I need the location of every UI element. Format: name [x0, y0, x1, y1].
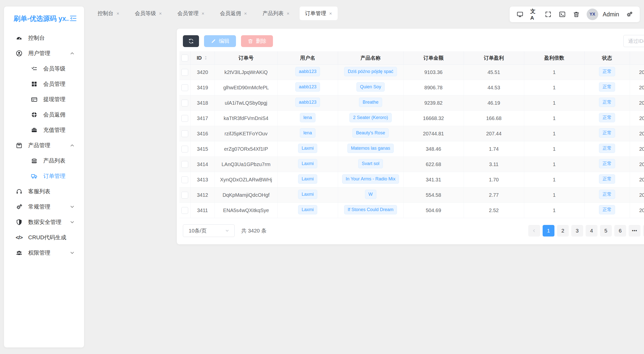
table-header-row: ID 订单号 [179, 51, 644, 65]
product-tag[interactable]: In Your Arms - Radio Mix [342, 174, 399, 184]
refresh-button[interactable] [183, 35, 199, 47]
username-tag[interactable]: aabb123 [295, 98, 320, 107]
sidebar-item[interactable]: 产品管理 [4, 138, 84, 153]
sidebar-item[interactable]: 控制台 [4, 30, 84, 46]
fullscreen-icon[interactable] [544, 11, 552, 18]
row-checkbox[interactable] [181, 84, 188, 91]
sidebar-item[interactable]: 产品列表 [4, 153, 84, 168]
product-tag[interactable]: 2 Seater (Keroro) [349, 113, 391, 123]
cell-profit: 45.51 [464, 65, 524, 80]
username-tag[interactable]: aabb123 [295, 67, 320, 76]
delete-button[interactable]: 删除 [241, 35, 273, 47]
sidebar-item-label: 产品管理 [28, 142, 50, 149]
page-size-select[interactable]: 10条/页 [183, 224, 235, 237]
page-button[interactable]: 5 [600, 225, 612, 237]
username-tag[interactable]: Laxmi [298, 174, 317, 184]
row-checkbox[interactable] [181, 192, 188, 199]
cell-amount: 504.69 [403, 203, 464, 218]
product-tag[interactable]: Svart sol [358, 159, 383, 169]
sidebar-item[interactable]: 用户管理 [4, 46, 84, 61]
product-tag[interactable]: Matemos las ganas [347, 144, 394, 153]
sidebar-item[interactable]: 会员等级 [4, 61, 84, 76]
page-button[interactable]: 4 [586, 225, 597, 237]
tab-close-icon[interactable] [159, 11, 162, 16]
product-tag[interactable]: Breathe [359, 98, 382, 107]
cell-profit: 166.68 [464, 111, 524, 126]
sort-icon[interactable] [203, 55, 208, 60]
page-button[interactable]: 3 [571, 225, 583, 237]
terminal-icon[interactable] [558, 11, 566, 18]
row-checkbox[interactable] [181, 69, 188, 76]
tab[interactable]: 控制台 [92, 7, 125, 20]
collapse-sidebar-icon[interactable] [69, 14, 78, 23]
username-tag[interactable]: lena [300, 128, 315, 138]
row-checkbox[interactable] [181, 100, 188, 106]
page-button[interactable]: 1 [543, 225, 554, 237]
status-badge: 正常 [599, 98, 615, 107]
tab-close-icon[interactable] [329, 11, 332, 16]
sidebar-item[interactable]: 提现管理 [4, 92, 84, 107]
sidebar-item[interactable]: 会员管理 [4, 76, 84, 92]
sidebar-item[interactable]: 充值管理 [4, 122, 84, 138]
users-icon [15, 249, 23, 257]
sidebar-item[interactable]: 数据安全管理 [4, 214, 84, 230]
user-name[interactable]: Admin [603, 11, 619, 18]
sidebar-item-label: 控制台 [28, 34, 45, 42]
sidebar-item[interactable]: 权限管理 [4, 245, 84, 260]
tab[interactable]: 会员返佣 [214, 7, 252, 20]
page-button[interactable]: 6 [614, 225, 626, 237]
row-checkbox[interactable] [181, 115, 188, 122]
row-checkbox[interactable] [181, 207, 188, 214]
row-checkbox[interactable] [181, 146, 188, 152]
translate-icon[interactable]: 文A [530, 11, 538, 18]
tab-close-icon[interactable] [116, 11, 119, 16]
tab-close-icon[interactable] [202, 11, 204, 16]
cell-amount: 20744.81 [403, 126, 464, 141]
tab-close-icon[interactable] [287, 11, 289, 16]
cell-order-no: LAnQ3Ua1GPbzu7rm [215, 157, 277, 172]
row-checkbox[interactable] [181, 130, 188, 137]
sidebar-item[interactable]: 订单管理 [4, 168, 84, 184]
code-icon: </> [15, 233, 23, 242]
cell-amount: 341.31 [403, 172, 464, 187]
username-tag[interactable]: Laxmi [298, 159, 317, 169]
product-tag[interactable]: Beauty's Rose [352, 128, 389, 138]
settings-gears-icon[interactable] [626, 11, 633, 18]
username-tag[interactable]: lena [300, 113, 315, 123]
cell-order-no: erZg07ORx54Xf1IP [215, 141, 277, 157]
username-tag[interactable]: Laxmi [298, 144, 317, 153]
tab-close-icon[interactable] [244, 11, 247, 16]
tab[interactable]: 产品列表 [257, 7, 295, 20]
row-checkbox[interactable] [181, 176, 188, 183]
edit-button[interactable]: 编辑 [204, 35, 236, 47]
product-tag[interactable]: Quien Soy [356, 82, 385, 92]
product-tag[interactable]: Dziś późno pójdę spać [344, 67, 397, 76]
row-checkbox[interactable] [181, 161, 188, 168]
tab[interactable]: 订单管理 [300, 7, 338, 20]
page-button[interactable]: 2 [557, 225, 569, 237]
username-tag[interactable]: Laxmi [298, 190, 317, 199]
username-tag[interactable]: aabb123 [295, 82, 320, 92]
cell-created-at: 2025-08-20 22:41:54 [630, 80, 644, 95]
monitor-icon[interactable] [516, 11, 524, 18]
prev-page-button[interactable] [528, 225, 540, 237]
trash-icon[interactable] [573, 11, 580, 18]
cell-order-no: XynQDxOZLARwBWHj [215, 172, 277, 187]
sidebar-item[interactable]: 客服列表 [4, 184, 84, 199]
product-tag[interactable]: If Stones Could Dream [344, 205, 397, 215]
tab[interactable]: 会员等级 [129, 7, 167, 20]
cell-created-at: 2024-11-18 21:19:23 [630, 172, 644, 187]
page-button[interactable]: ••• [629, 225, 640, 237]
search-input[interactable] [623, 35, 644, 47]
burger-icon [30, 157, 38, 165]
username-tag[interactable]: Laxmi [298, 205, 317, 215]
product-tag[interactable]: W [365, 190, 376, 199]
tab[interactable]: 会员管理 [172, 7, 210, 20]
sidebar-item[interactable]: </> CRUD代码生成 [4, 230, 84, 245]
page-button[interactable]: 342 [643, 225, 644, 237]
select-all-checkbox[interactable] [181, 55, 188, 61]
sidebar-item[interactable]: 常规管理 [4, 199, 84, 214]
avatar[interactable]: YX [587, 9, 598, 20]
sidebar-item[interactable]: 会员返佣 [4, 107, 84, 122]
cell-order-no: DqKpMamjiQdcOHgf [215, 187, 277, 203]
